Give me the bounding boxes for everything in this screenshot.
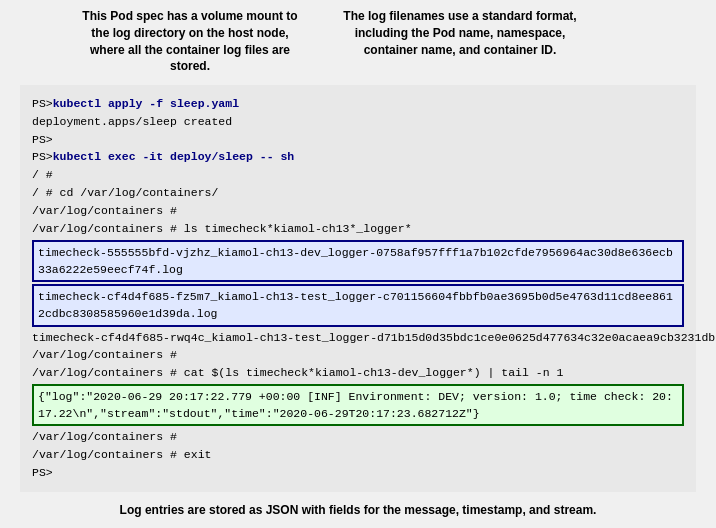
- terminal-line-1: PS>kubectl apply -f sleep.yaml: [32, 95, 684, 113]
- cmd-1: kubectl apply -f sleep.yaml: [53, 97, 239, 110]
- terminal-line-7: /var/log/containers #: [32, 202, 684, 220]
- terminal-line-13: /var/log/containers # exit: [32, 446, 684, 464]
- terminal-block: PS>kubectl apply -f sleep.yaml deploymen…: [20, 85, 696, 492]
- terminal-line-14: PS>: [32, 464, 684, 482]
- cmd-2: kubectl exec -it deploy/sleep -- sh: [53, 150, 295, 163]
- highlight-box-first-file: timecheck-555555bfd-vjzhz_kiamol-ch13-de…: [32, 240, 684, 283]
- terminal-line-8: /var/log/containers # ls timecheck*kiamo…: [32, 220, 684, 238]
- terminal-line-6: / # cd /var/log/containers/: [32, 184, 684, 202]
- terminal-line-9: timecheck-cf4d4f685-rwq4c_kiamol-ch13-te…: [32, 329, 684, 347]
- highlight-box-json-output: {"log":"2020-06-29 20:17:22.779 +00:00 […: [32, 384, 684, 427]
- terminal-line-2: deployment.apps/sleep created: [32, 113, 684, 131]
- terminal-line-10: /var/log/containers #: [32, 346, 684, 364]
- highlight-box-second-file: timecheck-cf4d4f685-fz5m7_kiamol-ch13-te…: [32, 284, 684, 327]
- ps-prompt-1: PS>: [32, 97, 53, 110]
- terminal-line-12: /var/log/containers #: [32, 428, 684, 446]
- terminal-line-4: PS>kubectl exec -it deploy/sleep -- sh: [32, 148, 684, 166]
- annotation-top-right: The log filenames use a standard format,…: [330, 8, 590, 58]
- terminal-line-11: /var/log/containers # cat $(ls timecheck…: [32, 364, 684, 382]
- terminal-line-3: PS>: [32, 131, 684, 149]
- main-container: This Pod spec has a volume mount to the …: [0, 0, 716, 528]
- terminal-line-5: / #: [32, 166, 684, 184]
- annotation-bottom: Log entries are stored as JSON with fiel…: [20, 502, 696, 519]
- annotation-top-left: This Pod spec has a volume mount to the …: [80, 8, 300, 75]
- ps-prompt-2: PS>: [32, 150, 53, 163]
